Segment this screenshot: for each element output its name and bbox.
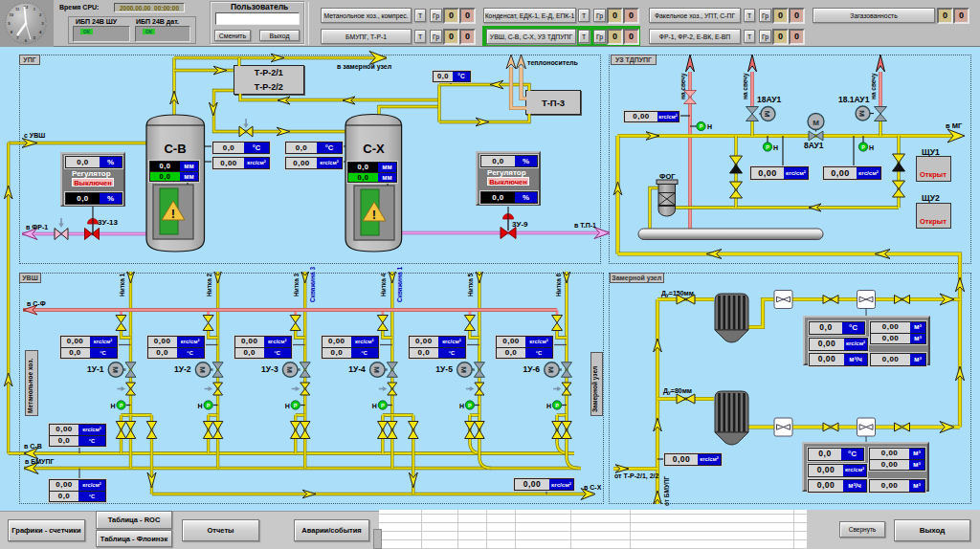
- svg-text:Н: Н: [773, 144, 778, 151]
- svg-text:Н: Н: [372, 403, 377, 409]
- svg-text:Н: Н: [459, 403, 464, 409]
- svg-text:M: M: [372, 366, 381, 373]
- svg-text:P: P: [381, 403, 385, 408]
- svg-text:!: !: [171, 207, 175, 221]
- svg-text:P: P: [294, 403, 298, 408]
- svg-text:M: M: [813, 119, 819, 127]
- svg-text:10: 10: [9, 12, 13, 17]
- svg-text:Н: Н: [285, 403, 290, 409]
- svg-text:P: P: [468, 403, 472, 408]
- svg-text:P: P: [766, 144, 769, 150]
- svg-text:M: M: [285, 366, 294, 373]
- svg-text:M: M: [198, 366, 207, 373]
- svg-text:M: M: [111, 366, 120, 373]
- svg-text:M: M: [858, 110, 866, 117]
- svg-text:P: P: [207, 403, 211, 408]
- svg-text:Н: Н: [707, 123, 712, 130]
- svg-text:P: P: [861, 144, 865, 150]
- svg-text:M: M: [459, 366, 468, 373]
- svg-text:Н: Н: [869, 144, 874, 151]
- svg-text:P: P: [120, 403, 123, 408]
- svg-text:С-Х: С-Х: [363, 142, 385, 156]
- svg-text:Н: Н: [546, 403, 551, 409]
- svg-text:Н: Н: [111, 403, 116, 409]
- svg-text:M: M: [763, 111, 771, 118]
- svg-text:!: !: [372, 208, 376, 222]
- svg-text:11: 11: [15, 7, 20, 11]
- svg-text:С-В: С-В: [164, 142, 186, 156]
- svg-text:Н: Н: [198, 403, 203, 409]
- svg-text:P: P: [700, 123, 703, 129]
- svg-text:M: M: [546, 366, 555, 373]
- svg-text:P: P: [555, 403, 559, 408]
